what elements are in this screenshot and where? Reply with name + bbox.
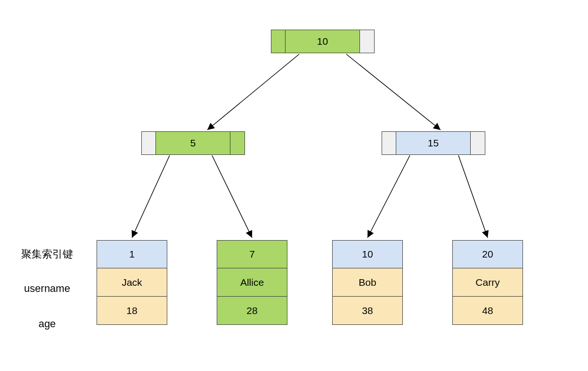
int-left-key: 5 [156, 132, 230, 154]
int-right-ptr-r [471, 132, 485, 154]
leaf-4-age: 48 [452, 297, 523, 325]
root-node: 10 [271, 30, 375, 53]
leaf-1-key: 1 [97, 240, 167, 268]
svg-line-1 [346, 54, 441, 130]
leaf-3-username: Bob [332, 268, 403, 297]
svg-line-5 [458, 155, 488, 238]
label-username: username [7, 282, 87, 295]
leaf-2-username: Allice [217, 268, 287, 297]
leaf-4-key: 20 [452, 240, 523, 268]
svg-line-0 [207, 54, 299, 130]
label-age: age [7, 318, 87, 330]
leaf-2-key: 7 [217, 240, 287, 268]
intermediate-node-left: 5 [141, 131, 245, 155]
leaf-node-4: 20 Carry 48 [452, 240, 523, 325]
leaf-1-age: 18 [97, 297, 167, 325]
root-ptr-left [271, 30, 286, 53]
leaf-2-age: 28 [217, 297, 287, 325]
leaf-node-2: 7 Allice 28 [217, 240, 287, 325]
int-right-ptr-l [382, 132, 396, 154]
btree-diagram: 10 5 15 聚集索引键 username age 1 Jack 18 7 A… [0, 0, 588, 371]
leaf-3-age: 38 [332, 297, 403, 325]
label-clusterkey: 聚集索引键 [7, 247, 87, 261]
leaf-4-username: Carry [452, 268, 523, 297]
svg-line-2 [132, 155, 170, 238]
intermediate-node-right: 15 [382, 131, 485, 155]
svg-line-3 [212, 155, 252, 238]
int-left-ptr-r [230, 132, 245, 154]
svg-line-4 [368, 155, 410, 238]
root-ptr-right [360, 30, 374, 53]
leaf-1-username: Jack [97, 268, 167, 297]
leaf-node-3: 10 Bob 38 [332, 240, 403, 325]
leaf-3-key: 10 [332, 240, 403, 268]
int-right-key: 15 [396, 132, 471, 154]
root-key: 10 [286, 30, 360, 53]
int-left-ptr-l [142, 132, 156, 154]
leaf-node-1: 1 Jack 18 [97, 240, 167, 325]
